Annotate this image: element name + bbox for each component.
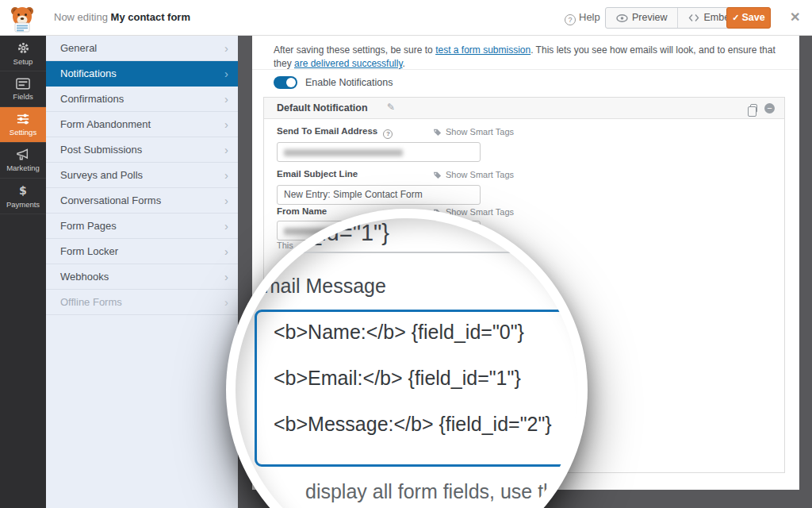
from-name-label: From Name (277, 206, 327, 216)
settings-item-general[interactable]: General› (46, 36, 238, 61)
clone-notification-icon[interactable] (750, 104, 757, 113)
email-subject-label: Email Subject Line (277, 169, 358, 179)
help-icon: ? (565, 14, 576, 25)
edit-name-icon[interactable]: ✎ (387, 102, 395, 113)
settings-item-form-locker[interactable]: Form Locker› (46, 239, 238, 264)
tag-icon (433, 171, 442, 179)
builder-topbar: Now editing My contact form ?Help Previe… (0, 0, 812, 36)
enable-notifications-toggle[interactable] (274, 76, 297, 89)
delete-notification-icon[interactable]: − (764, 103, 775, 114)
chevron-right-icon: › (224, 290, 228, 314)
fields-icon (16, 78, 30, 90)
send-to-email-label: Send To Email Address ? (277, 126, 396, 139)
panel-title: Default Notification (277, 102, 368, 114)
test-form-submission-link[interactable]: test a form submission (435, 44, 530, 56)
chevron-right-icon: › (224, 188, 228, 213)
settings-item-surveys-and-polls[interactable]: Surveys and Polls› (46, 163, 238, 188)
settings-item-notifications[interactable]: Notifications› (46, 61, 238, 87)
svg-text:$: $ (19, 184, 27, 197)
nav-item-settings[interactable]: Settings (0, 107, 46, 143)
megaphone-icon (16, 148, 30, 161)
now-editing-text: Now editing My contact form (54, 11, 190, 23)
chevron-right-icon: › (224, 61, 228, 86)
magnified-helper-fragment: display all form fields, use the {a (305, 480, 578, 503)
intro-text: After saving these settings, be sure to … (274, 44, 776, 71)
email-message-line-3: <b>Message:</b> {field_id="2"} (274, 413, 552, 436)
settings-item-offline-forms[interactable]: Offline Forms› (46, 290, 238, 315)
email-message-line-1: <b>Name:</b> {field_id="0"} (274, 321, 524, 344)
settings-item-form-abandonment[interactable]: Form Abandonment› (46, 112, 238, 137)
delivered-successfully-link[interactable]: are delivered successfully (294, 58, 403, 69)
check-icon: ✓ (732, 13, 739, 22)
chevron-right-icon: › (224, 87, 228, 111)
nav-item-fields[interactable]: Fields (0, 71, 46, 107)
show-smart-tags-2[interactable]: Show Smart Tags (433, 170, 514, 179)
panel-header[interactable]: Default Notification ✎ − (264, 98, 784, 119)
window-scrollbar[interactable] (799, 36, 812, 508)
form-name: My contact form (111, 11, 190, 23)
help-button[interactable]: ?Help (565, 11, 600, 25)
chevron-right-icon: › (224, 112, 228, 137)
divider (252, 69, 799, 70)
nav-item-payments[interactable]: $ Payments (0, 179, 46, 214)
code-icon (688, 13, 699, 22)
chevron-right-icon: › (224, 163, 228, 187)
tag-icon (433, 128, 442, 137)
chevron-right-icon: › (224, 239, 228, 264)
dollar-icon: $ (17, 184, 29, 198)
settings-item-form-pages[interactable]: Form Pages› (46, 214, 238, 239)
nav-item-marketing[interactable]: Marketing (0, 143, 46, 179)
settings-item-post-submissions[interactable]: Post Submissions› (46, 137, 238, 163)
close-builder-icon[interactable]: ✕ (790, 10, 800, 25)
preview-embed-group: Preview Embed (605, 7, 746, 29)
enable-notifications-row: Enable Notifications (274, 76, 393, 89)
chevron-right-icon: › (224, 264, 228, 289)
send-to-email-input[interactable] (277, 142, 481, 162)
help-tooltip-icon[interactable]: ? (383, 129, 393, 139)
eye-icon (616, 13, 628, 23)
redacted-value (284, 149, 403, 156)
gear-icon (17, 41, 30, 55)
save-button[interactable]: ✓Save (726, 7, 771, 29)
preview-button[interactable]: Preview (606, 8, 677, 28)
wpforms-logo (7, 3, 37, 33)
settings-menu: General› Notifications› Confirmations› F… (46, 36, 238, 508)
settings-item-confirmations[interactable]: Confirmations› (46, 87, 238, 112)
settings-item-conversational-forms[interactable]: Conversational Forms› (46, 188, 238, 214)
helper-text-fragment: This (277, 241, 293, 250)
sliders-icon (16, 113, 30, 125)
nav-item-setup[interactable]: Setup (0, 36, 46, 71)
builder-nav: Setup Fields Settings Marketing $ Paymen… (0, 36, 46, 508)
email-subject-input[interactable]: New Entry: Simple Contact Form (277, 185, 481, 205)
email-message-line-2: <b>Email:</b> {field_id="1"} (274, 367, 521, 390)
settings-item-webhooks[interactable]: Webhooks› (46, 264, 238, 290)
chevron-right-icon: › (224, 36, 228, 60)
chevron-right-icon: › (224, 137, 228, 162)
show-smart-tags-1[interactable]: Show Smart Tags (433, 127, 514, 137)
chevron-right-icon: › (224, 214, 228, 238)
enable-notifications-label: Enable Notifications (305, 77, 393, 88)
